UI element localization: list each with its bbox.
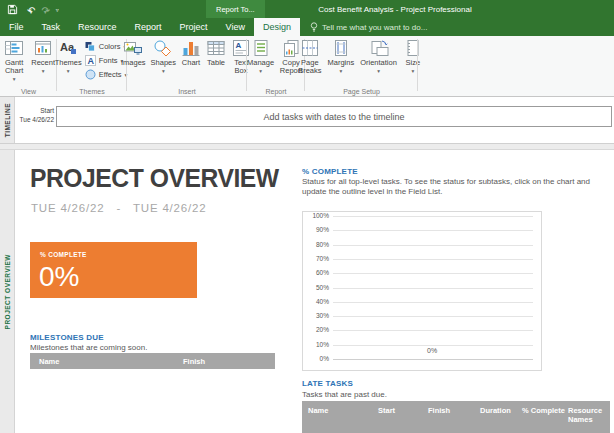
y-axis-tick-label: 20% [303,326,329,333]
svg-text:A: A [87,56,94,66]
timeline-start-date: Tue 4/26/22 [14,115,54,124]
colors-icon [85,41,96,52]
size-button[interactable]: Size ▾ [403,38,423,75]
report-pane: PROJECT OVERVIEW PROJECT OVERVIEW TUE 4/… [0,150,614,433]
timeline-pane: TIMELINE Start Tue 4/26/22 Add tasks wit… [0,97,614,144]
recent-icon [33,38,53,58]
images-label: Images [121,59,146,67]
ribbon-tab-file[interactable]: File [0,18,33,36]
date-separator: - [116,202,121,214]
margins-button[interactable]: Margins ▾ [327,38,354,75]
report-title: PROJECT OVERVIEW [30,163,279,194]
effects-button[interactable]: Effects ▾ [85,69,128,80]
ribbon-group-page-setup: Page Breaks Margins ▾ Orientation ▾ Size… [305,36,418,96]
ribbon-tab-project[interactable]: Project [171,18,217,36]
y-axis-tick-label: 60% [303,269,329,276]
customize-qat-icon[interactable]: ▿ [56,6,59,13]
gridline [333,259,533,260]
manage-button[interactable]: Manage ▾ [247,38,274,75]
y-axis-tick-label: 100% [303,212,329,219]
redo-button[interactable]: ↷▾ [41,0,46,18]
margins-label: Margins [327,59,354,67]
ribbon-tab-resource[interactable]: Resource [69,18,126,36]
y-axis-tick-label: 40% [303,298,329,305]
gridline [333,288,533,289]
late-tasks-description: Tasks that are past due. [302,390,387,400]
size-label: Size [406,59,421,67]
gridline [333,230,533,231]
ribbon-group-themes: Aa Themes ▾ Colors ▾ A Fonts ▾ [57,36,127,96]
dropdown-arrow-icon: ▾ [339,67,342,75]
gantt-chart-button[interactable]: Gantt Chart ▾ [0,38,28,83]
column-header-finish: Finish [183,357,263,366]
gridline [333,245,533,246]
save-icon[interactable] [7,4,18,15]
percent-complete-chart[interactable]: 100%90%80%70%60%50%40%30%20%10%0%0% [302,211,542,371]
table-button[interactable]: Table [206,38,226,67]
timeline-bar[interactable]: Add tasks with dates to the timeline [56,106,612,127]
svg-text:A: A [236,41,242,50]
ribbon-tab-row: FileTaskResourceReportProjectViewDesign … [0,18,614,36]
ribbon-tab-report[interactable]: Report [126,18,171,36]
y-axis-tick-label: 10% [303,341,329,348]
undo-button[interactable]: ↶▾ [27,0,32,18]
chart-button[interactable]: Chart [181,38,201,67]
dropdown-arrow-icon: ▾ [42,67,45,75]
milestones-due-description: Milestones that are coming soon. [30,343,147,353]
column-header-name: Name [39,357,159,366]
title-bar: ↶▾ ↷▾ ▿ Report To... Cost Benefit Analys… [0,0,614,18]
themes-button[interactable]: Aa Themes ▾ [55,38,82,75]
effects-icon [85,69,96,80]
manage-icon [251,38,271,58]
shapes-button[interactable]: Shapes ▾ [151,38,176,75]
recent-button[interactable]: Recent ▾ [31,38,55,75]
y-axis-tick-label: 90% [303,226,329,233]
project-professional-window: ↶▾ ↷▾ ▿ Report To... Cost Benefit Analys… [0,0,614,433]
report-pane-tab[interactable]: PROJECT OVERVIEW [0,150,15,433]
ribbon-group-insert: Images Shapes ▾ Chart Table A Text [127,36,247,96]
recent-label: Recent [31,59,55,67]
fonts-label: Fonts [99,56,118,65]
column-header--complete: % Complete [522,406,566,415]
gridline [333,302,533,303]
page-breaks-button[interactable]: Page Breaks [298,38,321,75]
late-tasks-table-header[interactable]: NameStartFinishDuration% CompleteResourc… [302,401,610,433]
report-finish-date: TUE 4/26/22 [133,202,206,214]
size-icon [403,38,423,58]
group-label-report: Report [247,88,305,95]
orientation-button[interactable]: Orientation ▾ [360,38,397,75]
ribbon-tabs: FileTaskResourceReportProjectViewDesign [0,18,300,36]
orientation-icon [369,38,389,58]
table-label: Table [207,59,225,67]
timeline-pane-label: TIMELINE [4,103,11,137]
percent-complete-card[interactable]: % COMPLETE 0% [30,242,197,298]
column-header-resource-names: Resource Names [568,406,608,424]
shapes-icon [153,38,173,58]
themes-icon: Aa [58,38,78,58]
tell-me-label: Tell me what you want to do... [322,23,427,32]
milestones-table-header[interactable]: NameFinish [30,353,275,369]
column-header-start: Start [378,406,424,415]
ribbon-tab-task[interactable]: Task [33,18,70,36]
images-button[interactable]: Images [121,38,146,67]
milestones-due-heading: MILESTONES DUE [30,333,104,342]
timeline-start-label: Start [14,106,54,115]
y-axis-tick-label: 30% [303,312,329,319]
contextual-tab-group[interactable]: Report To... [206,0,265,18]
ribbon-tab-view[interactable]: View [217,18,254,36]
percent-complete-description: Status for all top-level tasks. To see t… [302,177,596,196]
ribbon-tab-design[interactable]: Design [254,18,300,36]
ribbon: Gantt Chart ▾ Recent ▾ View Aa Themes ▾ [0,36,614,97]
percent-complete-heading: % COMPLETE [302,167,358,176]
timeline-pane-tab[interactable]: TIMELINE [0,97,15,143]
dropdown-arrow-icon: ▾ [259,67,262,75]
group-label-insert: Insert [127,88,247,95]
report-date-range: TUE 4/26/22-TUE 4/26/22 [31,202,206,214]
tell-me-box[interactable]: Tell me what you want to do... [300,18,437,36]
gridline [333,345,533,346]
ribbon-group-view: Gantt Chart ▾ Recent ▾ View [0,36,57,96]
gridline [333,359,533,360]
y-axis-tick-label: 80% [303,241,329,248]
column-header-finish: Finish [428,406,476,415]
dropdown-arrow-icon: ▾ [67,67,70,75]
